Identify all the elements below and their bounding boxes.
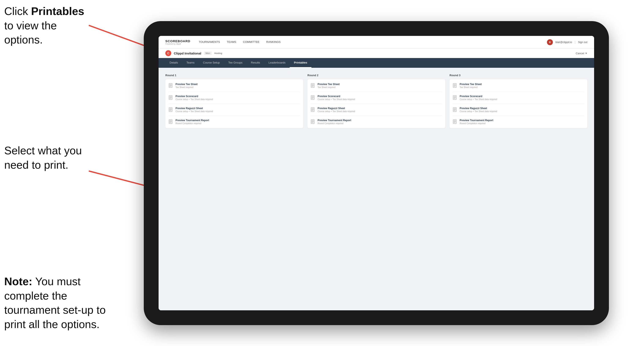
rounds-container: Round 1 bbox=[165, 74, 587, 128]
round2-scorecard-sublabel: Course setup + Tee Sheet data required bbox=[318, 98, 355, 101]
round2-raguzzi-sublabel: Course setup + Tee Sheet data required bbox=[318, 110, 355, 113]
round2-tournament-report-sublabel: Round Completion required bbox=[318, 122, 351, 125]
brand-title: SCOREBOARD bbox=[165, 39, 190, 43]
nav-rankings[interactable]: RANKINGS bbox=[266, 39, 280, 45]
round-2-column: Round 2 bbox=[308, 74, 445, 128]
round1-tournament-report-label: Preview Tournament Report bbox=[176, 119, 209, 122]
document-icon bbox=[453, 95, 458, 101]
round2-scorecard-label: Preview Scorecard bbox=[318, 95, 355, 98]
round2-tee-sheet-sublabel: Tee Sheet required bbox=[318, 86, 340, 88]
document-icon bbox=[169, 95, 173, 101]
main-content: Round 1 bbox=[158, 68, 594, 310]
round1-raguzzi[interactable]: Preview Raguzzi Sheet Course setup + Tee… bbox=[169, 107, 300, 113]
round2-tournament-report[interactable]: Preview Tournament Report Round Completi… bbox=[311, 119, 442, 125]
round1-raguzzi-sublabel: Course setup + Tee Sheet data required bbox=[176, 110, 213, 113]
tab-leaderboards[interactable]: Leaderboards bbox=[264, 58, 290, 68]
round-2-card: Preview Tee Sheet Tee Sheet required bbox=[308, 79, 445, 128]
tournament-logo: C bbox=[165, 50, 171, 56]
round3-tournament-report-sublabel: Round Completion required bbox=[460, 122, 493, 125]
annotation-bold-printables: Printables bbox=[31, 5, 84, 17]
hosting-badge: Hosting bbox=[214, 52, 222, 54]
document-icon bbox=[169, 83, 173, 89]
nav-committee[interactable]: COMMITTEE bbox=[243, 39, 260, 45]
tablet-device: SCOREBOARD Powered by clippd TOURNAMENTS… bbox=[144, 21, 609, 325]
round2-raguzzi[interactable]: Preview Raguzzi Sheet Course setup + Tee… bbox=[311, 107, 442, 113]
document-icon bbox=[453, 119, 458, 125]
divider bbox=[169, 104, 300, 104]
round1-raguzzi-label: Preview Raguzzi Sheet bbox=[176, 107, 213, 110]
document-icon bbox=[311, 119, 316, 125]
round1-scorecard-label: Preview Scorecard bbox=[176, 95, 213, 98]
nav-tournaments[interactable]: TOURNAMENTS bbox=[199, 39, 220, 45]
document-icon bbox=[311, 83, 316, 89]
round3-tournament-report[interactable]: Preview Tournament Report Round Completi… bbox=[453, 119, 584, 125]
tab-printables[interactable]: Printables bbox=[290, 58, 312, 68]
round2-tee-sheet-label: Preview Tee Sheet bbox=[318, 83, 340, 86]
divider bbox=[169, 116, 300, 116]
divider bbox=[311, 104, 442, 104]
tab-course-setup[interactable]: Course Setup bbox=[199, 58, 224, 68]
round-3-column: Round 3 bbox=[450, 74, 587, 128]
annotation-bold-note: Note: bbox=[4, 275, 32, 288]
round3-tee-sheet-sublabel: Tee Sheet required bbox=[460, 86, 482, 88]
divider bbox=[453, 116, 584, 116]
round-2-title: Round 2 bbox=[308, 74, 445, 77]
user-avatar: B bbox=[547, 39, 553, 45]
user-email: blair@clippd.io bbox=[556, 41, 572, 44]
tab-teams[interactable]: Teams bbox=[182, 58, 199, 68]
round1-scorecard-sublabel: Course setup + Tee Sheet data required bbox=[176, 98, 213, 101]
tournament-name: Clippd Invitational bbox=[174, 51, 201, 55]
cancel-button[interactable]: Cancel ✕ bbox=[576, 52, 587, 55]
round1-tournament-report[interactable]: Preview Tournament Report Round Completi… bbox=[169, 119, 300, 125]
round1-tournament-report-sublabel: Round Completion required bbox=[176, 122, 209, 125]
sign-out-link[interactable]: Sign out bbox=[578, 41, 587, 44]
round2-tournament-report-label: Preview Tournament Report bbox=[318, 119, 351, 122]
top-nav-right: B blair@clippd.io | Sign out bbox=[547, 39, 587, 45]
nav-teams[interactable]: TEAMS bbox=[227, 39, 236, 45]
document-icon bbox=[169, 119, 173, 125]
round1-tee-sheet-label: Preview Tee Sheet bbox=[176, 83, 198, 86]
round-1-title: Round 1 bbox=[165, 74, 303, 77]
round3-tee-sheet[interactable]: Preview Tee Sheet Tee Sheet required bbox=[453, 83, 584, 89]
round1-tee-sheet-sublabel: Tee Sheet required bbox=[176, 86, 198, 88]
round3-scorecard-sublabel: Course setup + Tee Sheet data required bbox=[460, 98, 497, 101]
round-1-card: Preview Tee Sheet Tee Sheet required bbox=[165, 79, 303, 128]
round-3-title: Round 3 bbox=[450, 74, 587, 77]
divider bbox=[311, 92, 442, 92]
top-nav: SCOREBOARD Powered by clippd TOURNAMENTS… bbox=[158, 36, 594, 48]
divider bbox=[453, 104, 584, 104]
brand-sub: Powered by clippd bbox=[165, 43, 190, 45]
tournament-header: C Clippd Invitational Men Hosting Cancel… bbox=[158, 48, 594, 58]
sub-nav: Details Teams Course Setup Tee Groups Re… bbox=[158, 58, 594, 68]
document-icon bbox=[169, 107, 173, 113]
tournament-tag: Men bbox=[204, 51, 212, 55]
brand: SCOREBOARD Powered by clippd bbox=[165, 39, 190, 45]
document-icon bbox=[453, 107, 458, 113]
round3-scorecard-label: Preview Scorecard bbox=[460, 95, 497, 98]
round3-tee-sheet-label: Preview Tee Sheet bbox=[460, 83, 482, 86]
divider bbox=[453, 92, 584, 92]
document-icon bbox=[311, 107, 316, 113]
top-nav-links: TOURNAMENTS TEAMS COMMITTEE RANKINGS bbox=[199, 39, 547, 45]
tournament-title-area: C Clippd Invitational Men Hosting bbox=[165, 50, 222, 56]
tab-tee-groups[interactable]: Tee Groups bbox=[224, 58, 247, 68]
divider bbox=[169, 92, 300, 92]
round1-tee-sheet[interactable]: Preview Tee Sheet Tee Sheet required bbox=[169, 83, 300, 89]
annotation-bottom: Note: You must complete the tournament s… bbox=[4, 274, 110, 332]
tab-results[interactable]: Results bbox=[247, 58, 264, 68]
tablet-screen: SCOREBOARD Powered by clippd TOURNAMENTS… bbox=[158, 36, 594, 310]
round3-raguzzi[interactable]: Preview Raguzzi Sheet Course setup + Tee… bbox=[453, 107, 584, 113]
round2-raguzzi-label: Preview Raguzzi Sheet bbox=[318, 107, 355, 110]
round2-scorecard[interactable]: Preview Scorecard Course setup + Tee She… bbox=[311, 95, 442, 101]
document-icon bbox=[453, 83, 458, 89]
round1-scorecard[interactable]: Preview Scorecard Course setup + Tee She… bbox=[169, 95, 300, 101]
round3-raguzzi-sublabel: Course setup + Tee Sheet data required bbox=[460, 110, 497, 113]
round3-tournament-report-label: Preview Tournament Report bbox=[460, 119, 493, 122]
document-icon bbox=[311, 95, 316, 101]
round-1-column: Round 1 bbox=[165, 74, 303, 128]
tab-details[interactable]: Details bbox=[165, 58, 182, 68]
round3-scorecard[interactable]: Preview Scorecard Course setup + Tee She… bbox=[453, 95, 584, 101]
divider bbox=[311, 116, 442, 116]
round2-tee-sheet[interactable]: Preview Tee Sheet Tee Sheet required bbox=[311, 83, 442, 89]
round3-raguzzi-label: Preview Raguzzi Sheet bbox=[460, 107, 497, 110]
